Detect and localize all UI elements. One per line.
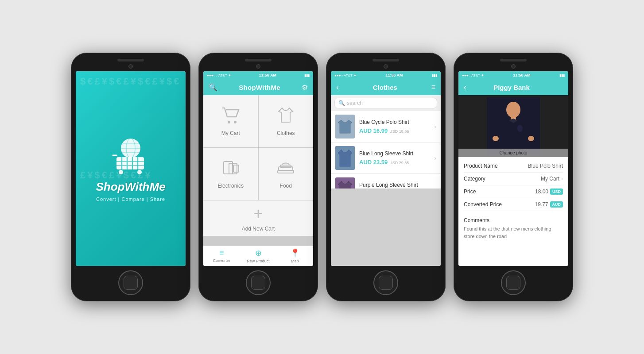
- grid-item-label: Food: [280, 183, 292, 189]
- clothes-list-screen: ●●●○ AT&T ✦ 11:56 AM ▮▮▮ ‹ Clothes ≡ 🔍 s…: [331, 71, 441, 266]
- comments-title: Comments: [464, 217, 563, 223]
- detail-row-converted: Converted Price 19.77 AUD: [464, 198, 563, 211]
- product-price-usd-2: USD 29.85: [389, 161, 409, 165]
- product-detail-screen: ●●●○ AT&T ✦ 11:56 AM ▮▮▮ ‹ Piggy Bank: [458, 71, 568, 266]
- food-grid-icon: [276, 159, 295, 180]
- menu-icon[interactable]: ≡: [431, 83, 435, 91]
- change-photo-label: Change photo: [500, 150, 528, 155]
- back-icon[interactable]: ‹: [336, 83, 339, 92]
- product-info-1: Blue Cycle Polo Shirt AUD 16.99 USD 18.5…: [359, 119, 434, 134]
- app-logo: ShopWithMe Convert | Compare | Share: [96, 136, 165, 202]
- cart-grid-icon: [221, 106, 241, 127]
- phone-3: ●●●○ AT&T ✦ 11:56 AM ▮▮▮ ‹ Clothes ≡ 🔍 s…: [326, 53, 446, 301]
- svg-rect-18: [233, 165, 239, 172]
- grid-item-electronics[interactable]: Electronics: [203, 148, 258, 200]
- change-photo-overlay[interactable]: Change photo: [458, 149, 568, 157]
- electronics-grid-icon: [221, 159, 241, 180]
- detail-header: ‹ Piggy Bank: [458, 79, 568, 95]
- list-header-title: Clothes: [373, 84, 397, 91]
- battery-icon: ▮▮▮: [432, 73, 437, 77]
- add-icon: +: [253, 204, 263, 223]
- phone-camera: [256, 64, 260, 69]
- svg-point-30: [528, 136, 534, 141]
- settings-icon[interactable]: ⚙: [302, 83, 308, 92]
- carrier-signal: ●●●○○ AT&T ✦: [207, 73, 231, 77]
- phone-speaker: [372, 59, 399, 62]
- tab-converter[interactable]: ≡ Converter: [203, 248, 240, 263]
- product-item-2[interactable]: Blue Long Sleeve Shirt AUD 23.59 USD 29.…: [331, 142, 441, 174]
- grid-item-label: Electronics: [217, 183, 244, 189]
- product-info-2: Blue Long Sleeve Shirt AUD 23.59 USD 29.…: [359, 150, 434, 165]
- grid-item-add-new[interactable]: + Add New Cart: [203, 200, 313, 236]
- search-placeholder: search: [347, 100, 363, 106]
- product-item-1[interactable]: Blue Cycle Polo Shirt AUD 16.99 USD 18.5…: [331, 111, 441, 142]
- phone-camera: [128, 64, 133, 69]
- phone-4: ●●●○ AT&T ✦ 11:56 AM ▮▮▮ ‹ Piggy Bank: [454, 53, 573, 301]
- status-bar: ●●●○ AT&T ✦ 11:56 AM ▮▮▮: [331, 71, 441, 79]
- svg-point-14: [228, 121, 230, 123]
- header-title: ShopWithMe: [239, 84, 280, 91]
- svg-point-15: [234, 121, 237, 123]
- product-thumbnail-1: [335, 115, 355, 139]
- new-product-icon: ⊕: [255, 248, 262, 258]
- home-button[interactable]: [246, 270, 271, 295]
- comments-section: Comments Found this at the that new mens…: [458, 214, 568, 242]
- product-price-aud-1: AUD 16.99: [359, 127, 388, 134]
- app-tagline: Convert | Compare | Share: [96, 196, 165, 202]
- splash-screen-container: $ € £ ¥ $ € £ ¥ $ € £ ¥ $ € £ ¥ $ € £ ¥: [76, 71, 186, 266]
- product-name-label: Product Name: [464, 163, 498, 169]
- category-value: My Cart: [541, 176, 559, 182]
- price-label: Price: [464, 189, 476, 195]
- svg-point-28: [517, 125, 523, 132]
- detail-fields: Product Name Blue Polo Shirt Category My…: [458, 157, 568, 214]
- product-price-usd-1: USD 18.56: [389, 129, 409, 134]
- phone-speaker: [500, 59, 527, 62]
- product-name-3: Purple Long Sleeve Shirt: [359, 182, 434, 189]
- phone-camera: [511, 64, 516, 69]
- map-icon: 📍: [290, 248, 300, 258]
- tab-bar: ≡ Converter ⊕ New Product 📍 Map: [203, 246, 313, 266]
- grid-item-food[interactable]: Food: [259, 148, 314, 200]
- product-price-aud-2: AUD 23.59: [359, 159, 388, 165]
- product-image-area: Change photo: [458, 95, 568, 157]
- product-info-3: Purple Long Sleeve Shirt AUD 5.00 USD 6.…: [359, 182, 434, 189]
- search-bar[interactable]: 🔍 search: [334, 98, 437, 108]
- phone-2: ●●●○○ AT&T ✦ 11:56 AM ▮▮▮ 🔍 ShopWithMe ⚙…: [198, 53, 318, 301]
- home-button[interactable]: [501, 270, 526, 295]
- battery-icon: ▮▮▮: [559, 73, 565, 77]
- cart-icon: [109, 136, 153, 176]
- product-name-2: Blue Long Sleeve Shirt: [359, 150, 434, 158]
- main-menu-screen: ●●●○○ AT&T ✦ 11:56 AM ▮▮▮ 🔍 ShopWithMe ⚙…: [203, 71, 313, 266]
- detail-row-price: Price 18.00 USD: [464, 185, 563, 198]
- chevron-right-icon: ›: [434, 154, 436, 162]
- grid-item-my-cart[interactable]: My Cart: [203, 95, 258, 147]
- splash-screen: $ € £ ¥ $ € £ ¥ $ € £ ¥ $ € £ ¥ $ € £ ¥: [76, 71, 186, 266]
- detail-header-title: Piggy Bank: [471, 84, 552, 91]
- product-item-3[interactable]: Purple Long Sleeve Shirt AUD 5.00 USD 6.…: [331, 174, 441, 189]
- battery-icon: ▮▮▮: [304, 73, 310, 77]
- tab-new-product[interactable]: ⊕ New Product: [240, 248, 277, 263]
- search-icon[interactable]: 🔍: [209, 83, 217, 92]
- product-thumbnail-2: [335, 146, 355, 170]
- home-button[interactable]: [118, 270, 143, 295]
- price-currency-badge: USD: [550, 189, 563, 195]
- status-time: 11:56 AM: [513, 73, 530, 77]
- svg-point-13: [137, 170, 142, 174]
- product-name-value: Blue Polo Shirt: [528, 163, 563, 169]
- svg-point-26: [506, 102, 520, 118]
- app-name: ShopWithMe: [96, 180, 165, 194]
- back-icon[interactable]: ‹: [464, 83, 466, 92]
- svg-point-12: [119, 170, 123, 174]
- svg-point-29: [493, 136, 499, 141]
- empty-list-area: [331, 189, 441, 266]
- tab-label: Converter: [213, 258, 231, 263]
- converted-value: 19.77: [535, 201, 548, 208]
- home-button[interactable]: [373, 270, 398, 295]
- status-time: 11:56 AM: [259, 73, 276, 77]
- tab-map[interactable]: 📍 Map: [276, 248, 313, 263]
- list-header: ‹ Clothes ≡: [331, 79, 441, 95]
- grid-item-clothes[interactable]: Clothes: [259, 95, 314, 147]
- price-value: 18.00: [535, 189, 548, 195]
- comments-text: Found this at the that new mens clothing…: [464, 225, 563, 240]
- grid-item-label: Add New Cart: [242, 226, 275, 232]
